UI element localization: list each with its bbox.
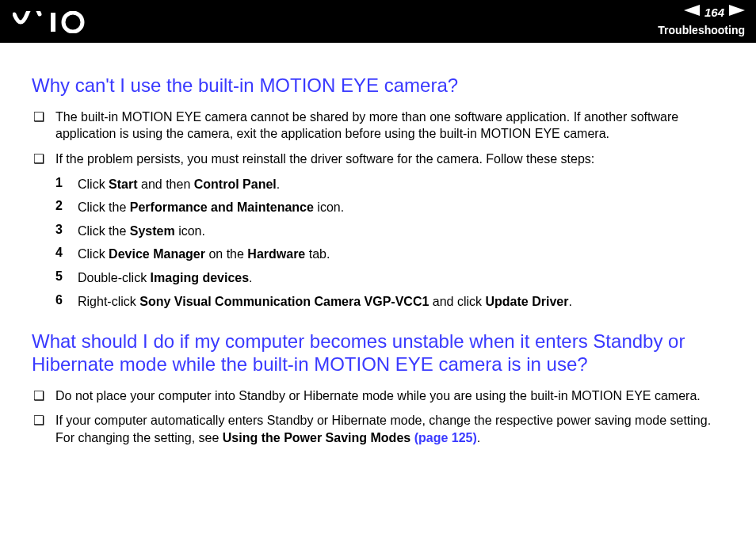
step-text: Click Device Manager on the Hardware tab… <box>78 246 724 263</box>
step-number: 6 <box>55 293 78 307</box>
page-nav: 164 <box>684 5 745 19</box>
bullet-icon: ❑ <box>33 151 44 168</box>
svg-point-1 <box>63 13 82 32</box>
bullet-text: If the problem persists, you must reinst… <box>55 151 724 168</box>
text-fragment: . <box>477 431 480 444</box>
step-text: Right-click Sony Visual Communication Ca… <box>78 293 724 311</box>
step-item: 3Click the System icon. <box>32 223 724 240</box>
vaio-logo <box>13 11 100 36</box>
nav-next-icon[interactable] <box>729 5 745 19</box>
svg-marker-3 <box>729 5 745 16</box>
page-cross-ref[interactable]: (page 125) <box>414 431 477 444</box>
step-text: Click the System icon. <box>78 223 724 240</box>
text-bold: Using the Power Saving Modes <box>223 431 414 444</box>
bullet-icon: ❑ <box>33 412 44 429</box>
question-1-title: Why can't I use the built-in MOTION EYE … <box>32 74 724 97</box>
step-item: 2Click the Performance and Maintenance i… <box>32 199 724 216</box>
page-content: Why can't I use the built-in MOTION EYE … <box>0 43 756 447</box>
step-text: Click the Performance and Maintenance ic… <box>78 199 724 216</box>
step-number: 3 <box>55 223 78 237</box>
step-number: 2 <box>55 199 78 213</box>
page-number: 164 <box>704 6 724 19</box>
bullet-icon: ❑ <box>33 109 44 126</box>
step-number: 1 <box>55 176 78 190</box>
bullet-item: ❑ Do not place your computer into Standb… <box>32 387 724 405</box>
step-number: 4 <box>55 246 78 260</box>
section-name: Troubleshooting <box>658 24 745 36</box>
svg-rect-0 <box>51 13 55 32</box>
step-item: 4Click Device Manager on the Hardware ta… <box>32 246 724 263</box>
step-item: 1Click Start and then Control Panel. <box>32 176 724 193</box>
header-bar: 164 Troubleshooting <box>0 0 756 43</box>
question-2-title: What should I do if my computer becomes … <box>32 330 724 376</box>
bullet-icon: ❑ <box>33 387 44 405</box>
bullet-item: ❑ If your computer automatically enters … <box>32 412 724 446</box>
step-item: 6Right-click Sony Visual Communication C… <box>32 293 724 311</box>
bullet-text: Do not place your computer into Standby … <box>55 387 724 405</box>
svg-marker-2 <box>684 5 700 16</box>
bullet-item: ❑ The built-in MOTION EYE camera cannot … <box>32 109 724 143</box>
step-text: Double-click Imaging devices. <box>78 269 724 287</box>
nav-prev-icon[interactable] <box>684 5 700 19</box>
step-text: Click Start and then Control Panel. <box>78 176 724 193</box>
bullet-text: If your computer automatically enters St… <box>55 412 724 446</box>
step-number: 5 <box>55 269 78 284</box>
step-item: 5Double-click Imaging devices. <box>32 269 724 287</box>
bullet-item: ❑ If the problem persists, you must rein… <box>32 151 724 168</box>
bullet-text: The built-in MOTION EYE camera cannot be… <box>55 109 724 143</box>
